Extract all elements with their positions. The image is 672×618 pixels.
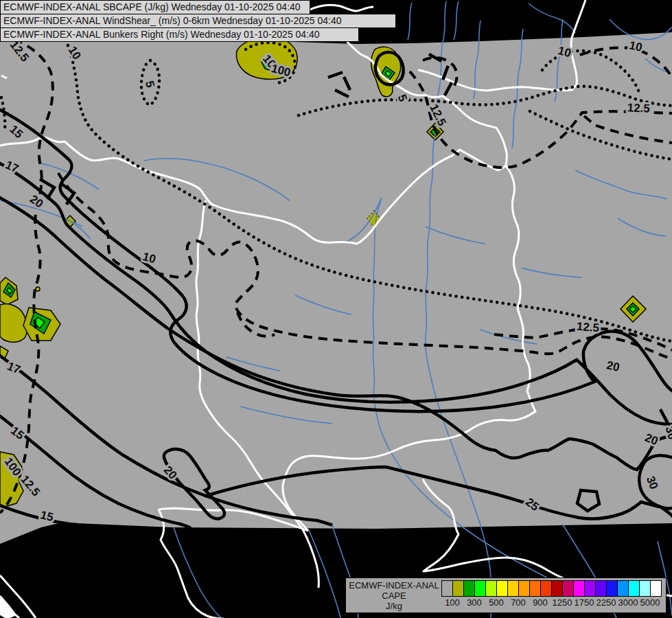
- colorbar: [441, 580, 662, 597]
- title-bar-sbcape: ECMWF-INDEX-ANAL SBCAPE (J/kg) Wednesday…: [0, 0, 310, 14]
- colorbar-swatch: [529, 580, 540, 597]
- colorbar-tick-label: 5000: [635, 597, 665, 608]
- data-domain: [0, 30, 672, 544]
- title-bar-windshear: ECMWF-INDEX-ANAL WindShear_ (m/s) 0-6km …: [0, 14, 396, 28]
- colorbar-swatch: [540, 580, 551, 597]
- contour-label: 20: [605, 358, 621, 374]
- colorbar-swatch: [551, 580, 562, 597]
- map-canvas: 12.510510100512.5101012.5101517201715100…: [0, 0, 672, 618]
- colorbar-swatch: [650, 580, 662, 597]
- colorbar-swatch: [584, 580, 595, 597]
- colorbar-swatch: [628, 580, 639, 597]
- legend-unit-line: J/kg: [349, 601, 439, 611]
- colorbar-swatch: [518, 580, 529, 597]
- contour-label: 12.5: [576, 320, 600, 335]
- contour-label: 12.5: [627, 101, 650, 115]
- colorbar-swatch: [595, 580, 606, 597]
- colorbar-swatch: [507, 580, 518, 597]
- colorbar-swatch: [474, 580, 485, 597]
- weather-map-screenshot: 12.510510100512.5101012.5101517201715100…: [0, 0, 672, 618]
- colorbar-swatch: [452, 580, 463, 597]
- legend-field-line: CAPE: [349, 591, 439, 601]
- colorbar-swatch: [617, 580, 628, 597]
- contour-label: 10: [628, 38, 643, 54]
- cape-legend: ECMWF-INDEX-ANAL CAPE J/kg 1003005007009…: [345, 577, 667, 613]
- colorbar-swatch: [441, 580, 452, 597]
- colorbar-swatch: [485, 580, 496, 597]
- colorbar-swatch: [496, 580, 507, 597]
- colorbar-swatch: [562, 580, 573, 597]
- legend-text: ECMWF-INDEX-ANAL CAPE J/kg: [349, 580, 439, 611]
- legend-model-line: ECMWF-INDEX-ANAL: [349, 580, 439, 591]
- colorbar-swatch: [639, 580, 650, 597]
- colorbar-swatch: [463, 580, 474, 597]
- colorbar-swatch: [606, 580, 617, 597]
- colorbar-ticks: 10030050070090012501750225030005000: [441, 597, 668, 610]
- colorbar-swatch: [573, 580, 584, 597]
- title-bar-bunkers-right: ECMWF-INDEX-ANAL Bunkers Right (m/s) Wed…: [0, 27, 359, 42]
